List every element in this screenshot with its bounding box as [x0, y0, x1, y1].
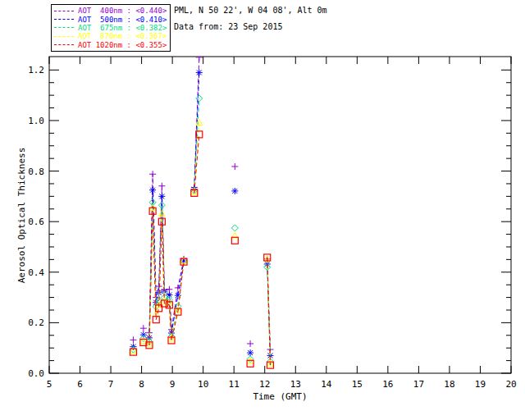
aot-plot-screen: 0.00.20.40.60.81.01.25678910111213141516…: [0, 0, 525, 420]
legend-box: AOT 400nm : <0.440>AOT 500nm : <0.410>AO…: [51, 4, 171, 52]
legend-item: AOT 675nm : <0.382>: [54, 24, 167, 32]
legend-item-label: AOT 870nm : <0.367>: [78, 32, 167, 40]
y-tick-label: 0.6: [28, 217, 44, 227]
legend-line-sample: [54, 44, 74, 45]
y-tick-label: 1.0: [28, 116, 44, 126]
x-tick-label: 5: [47, 379, 52, 390]
y-axis-label: Aerosol Optical Thickness: [16, 134, 27, 298]
data-date: Data from: 23 Sep 2015: [174, 22, 282, 31]
plot-area: [130, 54, 273, 368]
legend-item-label: AOT 1020nm : <0.355>: [78, 41, 167, 49]
x-tick-label: 10: [198, 379, 208, 390]
x-tick-label: 13: [290, 379, 301, 390]
legend-item-label: AOT 400nm : <0.440>: [78, 7, 167, 15]
x-tick-label: 8: [139, 379, 144, 390]
legend-item: AOT 870nm : <0.367>: [54, 32, 167, 40]
legend-item: AOT 400nm : <0.440>: [54, 7, 167, 15]
x-tick-label: 9: [170, 379, 176, 390]
y-tick-label: 0.0: [28, 368, 44, 379]
station-info: PML, N 50 22', W 04 08', Alt 0m: [174, 6, 327, 15]
y-tick-label: 1.2: [28, 65, 44, 75]
x-tick-label: 7: [108, 379, 114, 390]
legend-line-sample: [54, 27, 74, 28]
legend-line-sample: [54, 11, 74, 11]
x-tick-label: 17: [413, 379, 424, 390]
x-tick-label: 11: [229, 379, 240, 390]
aot-chart: 0.00.20.40.60.81.01.25678910111213141516…: [0, 0, 525, 420]
x-tick-label: 14: [321, 379, 332, 390]
legend-item: AOT 500nm : <0.410>: [54, 16, 167, 24]
y-tick-label: 0.8: [28, 167, 44, 177]
x-tick-label: 18: [444, 379, 454, 390]
legend-line-sample: [54, 36, 74, 37]
x-tick-label: 12: [259, 379, 270, 390]
x-axis-label: Time (GMT): [49, 391, 511, 402]
x-tick-label: 15: [352, 379, 363, 390]
legend-item-label: AOT 500nm : <0.410>: [78, 16, 167, 24]
legend-item-label: AOT 675nm : <0.382>: [78, 24, 167, 32]
x-tick-label: 16: [382, 379, 393, 390]
legend-line-sample: [54, 19, 74, 20]
axes: 0.00.20.40.60.81.01.25678910111213141516…: [28, 57, 517, 390]
y-tick-label: 0.2: [28, 317, 44, 328]
x-tick-label: 19: [475, 379, 486, 390]
y-tick-label: 0.4: [28, 267, 44, 278]
x-tick-label: 20: [505, 379, 516, 390]
x-tick-label: 6: [77, 379, 83, 390]
legend-item: AOT 1020nm : <0.355>: [54, 41, 167, 49]
